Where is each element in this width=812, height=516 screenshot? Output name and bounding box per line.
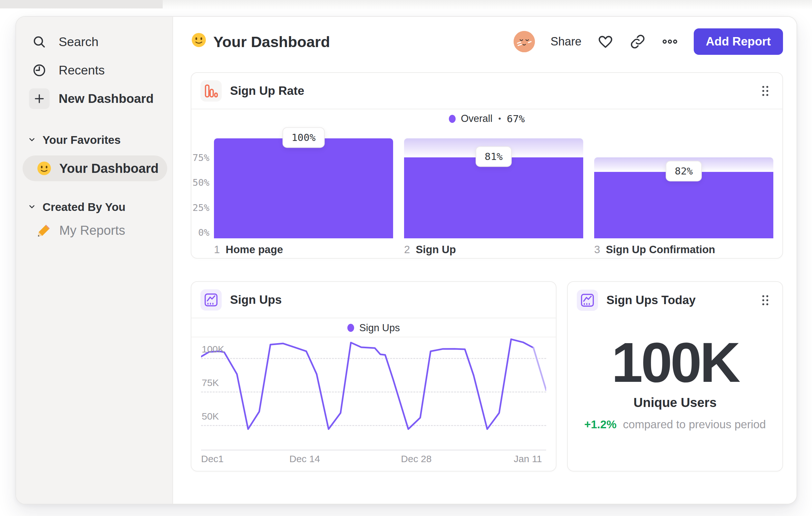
ellipsis-icon[interactable] bbox=[662, 33, 678, 50]
smiley-emoji-icon bbox=[191, 32, 207, 52]
legend-overall-value: 67% bbox=[507, 113, 525, 125]
sidebar-item-label: Recents bbox=[59, 63, 105, 77]
legend-series-name: Sign Ups bbox=[359, 322, 400, 334]
funnel-step-column[interactable]: 81% bbox=[404, 130, 583, 238]
funnel-step-label: 2 Sign Up bbox=[404, 243, 583, 256]
sidebar: Search Recents New Dashboard bbox=[16, 17, 173, 504]
signups-line-svg bbox=[201, 337, 546, 450]
chevron-down-icon bbox=[28, 200, 36, 214]
signups-today-card: Sign Ups Today 100K Unique Users +1.2% c… bbox=[567, 281, 783, 471]
dashboard-header: Your Dashboard Share bbox=[191, 27, 783, 56]
add-report-button[interactable]: Add Report bbox=[694, 28, 783, 55]
sidebar-section-label: Created By You bbox=[42, 200, 125, 214]
metric-value: 100K bbox=[568, 334, 782, 390]
sidebar-item-your-dashboard[interactable]: Your Dashboard bbox=[23, 156, 167, 181]
y-tick-label: 25% bbox=[193, 203, 209, 213]
step-number: 3 bbox=[594, 243, 600, 256]
header-actions: Share Add Report bbox=[514, 28, 783, 55]
funnel-step-label: 3 Sign Up Confirmation bbox=[594, 243, 773, 256]
sidebar-section-created-by-you[interactable]: Created By You bbox=[16, 197, 172, 217]
x-axis-labels: Dec1 Dec 14 Dec 28 Jan 11 bbox=[201, 454, 546, 466]
y-tick-label: 0% bbox=[198, 228, 209, 237]
main-content: Your Dashboard Share bbox=[173, 17, 796, 504]
funnel-step-column[interactable]: 82% bbox=[594, 130, 773, 238]
funnel-badge: 81% bbox=[475, 146, 512, 167]
funnel-step-column[interactable]: 100% bbox=[214, 130, 393, 238]
drag-handle-icon[interactable] bbox=[760, 294, 770, 306]
sidebar-item-search[interactable]: Search bbox=[16, 28, 172, 56]
share-button[interactable]: Share bbox=[550, 35, 581, 48]
step-name: Sign Up Confirmation bbox=[606, 243, 715, 256]
heart-icon[interactable] bbox=[597, 33, 614, 50]
funnel-badge: 82% bbox=[666, 161, 702, 182]
signups-legend[interactable]: Sign Ups bbox=[192, 319, 556, 337]
funnel-step-label: 1 Home page bbox=[214, 243, 393, 256]
funnel-step-labels: 1 Home page 2 Sign Up 3 Sign Up Confirma… bbox=[214, 243, 773, 256]
sidebar-section-label: Your Favorites bbox=[42, 134, 120, 146]
sidebar-item-recents[interactable]: Recents bbox=[16, 56, 172, 84]
line-chart-icon bbox=[200, 289, 222, 310]
sidebar-item-label: Search bbox=[59, 35, 98, 49]
x-tick-label: Dec1 bbox=[201, 454, 224, 464]
y-tick-label: 50K bbox=[202, 411, 219, 422]
sidebar-section-your-favorites[interactable]: Your Favorites bbox=[16, 130, 172, 150]
signups-line-chart[interactable]: 100K 75K 50K bbox=[201, 337, 546, 451]
step-number: 2 bbox=[404, 243, 410, 256]
page-title-text: Your Dashboard bbox=[213, 33, 330, 51]
x-tick-label: Jan 11 bbox=[514, 454, 542, 464]
line-chart-icon bbox=[577, 290, 598, 311]
signup-rate-card: Sign Up Rate Overall • 67% 75% bbox=[191, 72, 783, 259]
sidebar-item-label: New Dashboard bbox=[59, 91, 154, 106]
funnel-plot: 100% 81% 82% bbox=[214, 130, 773, 238]
card-title: Sign Ups bbox=[230, 293, 282, 307]
delta-value: +1.2% bbox=[584, 418, 616, 431]
background-window-strip bbox=[0, 0, 163, 8]
card-title: Sign Up Rate bbox=[230, 84, 304, 98]
step-name: Home page bbox=[226, 243, 283, 256]
funnel-chart-icon bbox=[200, 80, 222, 102]
smiley-emoji-icon bbox=[36, 160, 52, 176]
funnel-legend[interactable]: Overall • 67% bbox=[192, 109, 782, 128]
search-icon bbox=[29, 32, 50, 52]
signup-rate-card-header: Sign Up Rate bbox=[192, 73, 782, 109]
legend-separator: • bbox=[497, 114, 501, 123]
funnel-chart: 75% 50% 25% 0% 100% 81% bbox=[194, 130, 773, 256]
app-window: Search Recents New Dashboard bbox=[16, 16, 797, 505]
y-tick-label: 50% bbox=[193, 178, 209, 187]
funnel-badge: 100% bbox=[283, 127, 325, 148]
avatar[interactable] bbox=[514, 31, 535, 52]
signups-series-line-incomplete bbox=[533, 348, 546, 390]
card-title: Sign Ups Today bbox=[606, 294, 696, 307]
funnel-bar-solid bbox=[404, 157, 583, 238]
legend-dot bbox=[449, 115, 456, 123]
page-title: Your Dashboard bbox=[191, 32, 330, 52]
step-number: 1 bbox=[214, 243, 220, 256]
signups-card: Sign Ups Sign Ups 100K 75K 50K Dec1 bbox=[191, 281, 556, 471]
sidebar-item-new-dashboard[interactable]: New Dashboard bbox=[16, 84, 172, 113]
chevron-down-icon bbox=[28, 134, 36, 146]
step-name: Sign Up bbox=[416, 243, 456, 256]
pencil-emoji-icon bbox=[36, 222, 52, 238]
signups-card-header: Sign Ups bbox=[192, 282, 556, 318]
sidebar-item-my-reports[interactable]: My Reports bbox=[23, 217, 167, 243]
signups-today-card-header: Sign Ups Today bbox=[568, 282, 782, 318]
plus-icon bbox=[29, 88, 50, 109]
drag-handle-icon[interactable] bbox=[760, 85, 770, 97]
sidebar-item-label: Your Dashboard bbox=[59, 161, 158, 176]
y-tick-label: 75K bbox=[202, 377, 219, 388]
signups-series-line bbox=[201, 339, 533, 429]
y-tick-label: 100K bbox=[202, 344, 224, 355]
metric-delta-row: +1.2% compared to previous period bbox=[568, 418, 782, 431]
y-tick-label: 75% bbox=[193, 153, 209, 163]
clock-icon bbox=[29, 60, 50, 81]
x-tick-label: Dec 14 bbox=[289, 454, 320, 464]
x-tick-label: Dec 28 bbox=[401, 454, 431, 464]
funnel-y-axis: 75% 50% 25% 0% bbox=[194, 130, 211, 238]
link-icon[interactable] bbox=[629, 33, 646, 50]
legend-series-name: Overall bbox=[461, 113, 492, 125]
delta-context: compared to previous period bbox=[620, 418, 766, 431]
legend-dot bbox=[347, 324, 354, 332]
sidebar-item-label: My Reports bbox=[59, 223, 125, 238]
funnel-bar-solid bbox=[594, 172, 773, 238]
metric-label: Unique Users bbox=[568, 396, 782, 410]
